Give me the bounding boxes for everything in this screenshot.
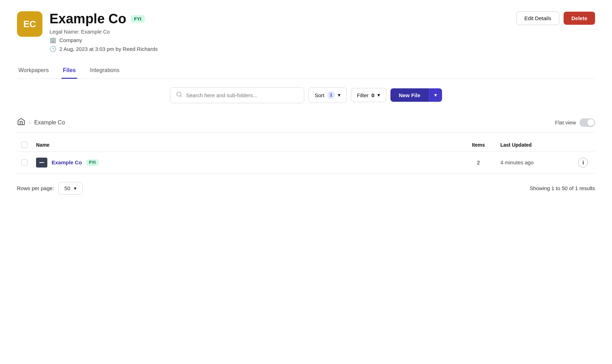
company-info: Example Co FYI Legal Name: Example Co 🏢 … — [49, 11, 158, 52]
pagination-row: Rows per page: 50 ▾ Showing 1 to 50 of 1… — [17, 182, 595, 195]
sort-button[interactable]: Sort 1 ▾ — [308, 87, 347, 103]
rows-per-page-select[interactable]: 50 ▾ — [58, 182, 83, 195]
search-input[interactable] — [186, 92, 298, 98]
select-all-checkbox[interactable] — [21, 142, 28, 148]
header-left: EC Example Co FYI Legal Name: Example Co… — [17, 11, 158, 52]
svg-line-1 — [181, 95, 182, 96]
breadcrumb-name: Example Co — [34, 119, 65, 126]
avatar-initials: EC — [23, 19, 36, 30]
files-table: Name Items Last Updated Example Co FY — [17, 138, 595, 174]
sort-label: Sort — [314, 92, 324, 98]
company-fyi-badge: FYI — [131, 15, 145, 23]
avatar: EC — [17, 11, 42, 37]
sort-badge: 1 — [327, 91, 335, 99]
tab-workpapers[interactable]: Workpapers — [17, 64, 50, 79]
last-updated-column-header: Last Updated — [496, 138, 574, 152]
table-row: Example Co FYI 2 4 minutes ago ℹ — [17, 152, 595, 173]
table-header: Name Items Last Updated — [17, 138, 595, 152]
filter-button[interactable]: Filter 0 ▾ — [351, 88, 386, 102]
delete-button[interactable]: Delete — [564, 12, 595, 25]
company-created-at: 2 Aug, 2023 at 3:03 pm by Reed Richards — [59, 46, 158, 52]
rows-per-page-value: 50 — [64, 185, 70, 191]
folder-icon-inner — [39, 162, 44, 163]
home-icon[interactable] — [17, 117, 25, 128]
table-body: Example Co FYI 2 4 minutes ago ℹ — [17, 152, 595, 173]
header-actions: Edit Details Delete — [516, 11, 595, 25]
row-items-cell: 2 — [461, 152, 496, 173]
new-file-caret-button[interactable]: ▾ — [429, 88, 442, 102]
row-last-updated-cell: 4 minutes ago — [496, 152, 574, 173]
tabs: Workpapers Files Integrations — [17, 64, 595, 79]
company-type: Company — [59, 37, 82, 43]
filter-chevron-icon: ▾ — [377, 92, 380, 98]
breadcrumb-row: › Example Co Flat view — [17, 113, 595, 133]
legal-name: Legal Name: Example Co — [49, 29, 158, 35]
company-created-row: 🕒 2 Aug, 2023 at 3:03 pm by Reed Richard… — [49, 46, 158, 52]
rows-per-page-label: Rows per page: — [17, 185, 54, 191]
page-container: EC Example Co FYI Legal Name: Example Co… — [0, 0, 612, 206]
toolbar: Sort 1 ▾ Filter 0 ▾ New File ▾ — [17, 87, 595, 103]
company-type-icon: 🏢 — [49, 37, 57, 43]
row-fyi-badge: FYI — [86, 159, 99, 166]
breadcrumb-left: › Example Co — [17, 117, 65, 128]
flat-view-label: Flat view — [555, 119, 576, 125]
row-info-cell: ℹ — [574, 152, 595, 173]
sort-chevron-icon: ▾ — [338, 92, 341, 98]
clock-icon: 🕒 — [49, 46, 57, 52]
filter-badge: 0 — [371, 92, 374, 98]
results-text: Showing 1 to 50 of 1 results — [530, 185, 595, 191]
tab-files[interactable]: Files — [61, 64, 77, 79]
rows-per-page-chevron: ▾ — [74, 185, 77, 192]
row-checkbox-cell — [17, 152, 32, 173]
folder-icon — [36, 158, 47, 168]
flat-view-toggle[interactable] — [579, 118, 595, 127]
rows-per-page: Rows per page: 50 ▾ — [17, 182, 83, 195]
row-checkbox[interactable] — [21, 159, 28, 166]
new-file-caret-icon: ▾ — [434, 92, 437, 98]
edit-details-button[interactable]: Edit Details — [516, 11, 559, 25]
new-file-group: New File ▾ — [390, 88, 442, 102]
file-row-name: Example Co FYI — [36, 158, 457, 168]
file-name-link[interactable]: Example Co — [52, 159, 82, 165]
company-name: Example Co — [49, 11, 126, 27]
new-file-button[interactable]: New File — [390, 88, 429, 102]
company-name-row: Example Co FYI — [49, 11, 158, 27]
flat-view-row: Flat view — [555, 118, 595, 127]
breadcrumb-chevron-icon: › — [29, 120, 31, 125]
search-box[interactable] — [170, 87, 304, 103]
items-column-header: Items — [461, 138, 496, 152]
info-column-header — [574, 138, 595, 152]
toggle-thumb — [587, 119, 594, 126]
row-info-button[interactable]: ℹ — [578, 158, 588, 168]
select-all-header — [17, 138, 32, 152]
row-name-cell: Example Co FYI — [32, 152, 461, 173]
filter-label: Filter — [357, 92, 369, 98]
name-column-header: Name — [32, 138, 461, 152]
tab-integrations[interactable]: Integrations — [88, 64, 121, 79]
search-icon — [176, 91, 182, 99]
header: EC Example Co FYI Legal Name: Example Co… — [17, 11, 595, 52]
company-type-row: 🏢 Company — [49, 37, 158, 43]
